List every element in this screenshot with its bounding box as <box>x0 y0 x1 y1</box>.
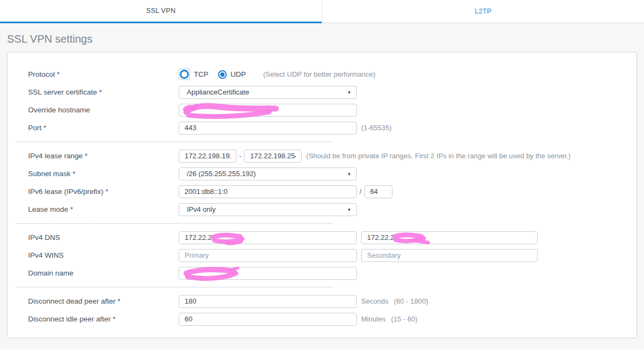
section-divider <box>16 287 333 287</box>
ipv4-lease-end-input[interactable] <box>244 150 302 163</box>
subnet-mask-selected-value: /26 (255.255.255.192) <box>187 170 256 178</box>
dropdown-arrow-icon: ▼ <box>347 207 351 212</box>
form-row-protocol: Protocol * TCP UDP (Select UDP for bette… <box>8 65 636 83</box>
ssl-certificate-selected-value: ApplianceCertificate <box>187 88 249 96</box>
protocol-hint: (Select UDP for better performance) <box>263 70 376 78</box>
disconnect-idle-peer-input[interactable] <box>179 313 357 326</box>
ipv4-dns-label: IPv4 DNS <box>28 233 179 241</box>
range-separator: - <box>239 152 241 160</box>
ipv4-lease-range-label: IPv4 lease range * <box>28 152 179 160</box>
override-hostname-label: Override hostname <box>28 106 179 114</box>
port-label: Port * <box>28 124 179 132</box>
lease-mode-label: Lease mode * <box>28 205 179 213</box>
ipv6-prefix-input[interactable] <box>364 185 392 198</box>
subnet-mask-select[interactable]: /26 (255.255.255.192) ▼ <box>179 167 357 180</box>
form-row-disconnect-dead-peer: Disconnect dead peer after * Seconds (60… <box>8 292 636 310</box>
udp-radio[interactable] <box>218 70 227 79</box>
protocol-label: Protocol * <box>28 70 179 78</box>
dropdown-arrow-icon: ▼ <box>347 90 351 95</box>
tab-l2tp[interactable]: L2TP <box>322 0 644 23</box>
form-row-domain-name: Domain name <box>8 264 636 282</box>
override-hostname-input[interactable] <box>179 104 357 117</box>
disconnect-dead-peer-input[interactable] <box>179 295 357 308</box>
radio-dot-icon <box>220 72 225 77</box>
port-input[interactable] <box>179 122 357 135</box>
form-row-ssl-certificate: SSL server certificate * ApplianceCertif… <box>8 83 636 101</box>
ipv6-lease-label: IPv6 lease (IPv6/prefix) * <box>28 187 179 196</box>
tab-l2tp-label: L2TP <box>474 8 491 15</box>
ssl-certificate-label: SSL server certificate * <box>28 88 179 96</box>
domain-name-label: Domain name <box>28 269 179 277</box>
subnet-mask-label: Subnet mask * <box>28 170 179 178</box>
ipv4-dns-secondary-input[interactable] <box>361 231 538 244</box>
ipv4-dns-primary-input[interactable] <box>179 231 357 244</box>
ipv4-lease-start-input[interactable] <box>179 150 236 163</box>
ssl-certificate-select[interactable]: ApplianceCertificate ▼ <box>179 86 357 99</box>
form-row-ipv4-wins: IPv4 WINS <box>8 246 636 264</box>
port-hint: (1-65535) <box>361 124 391 132</box>
form-row-ipv6-lease: IPv6 lease (IPv6/prefix) * / <box>8 183 636 200</box>
lease-mode-select[interactable]: IPv4 only ▼ <box>179 203 357 216</box>
udp-radio-label: UDP <box>231 70 246 78</box>
tab-bar: SSL VPN L2TP <box>0 0 644 23</box>
dropdown-arrow-icon: ▼ <box>347 172 351 177</box>
disconnect-dead-peer-label: Disconnect dead peer after * <box>28 297 179 305</box>
disconnect-idle-peer-unit: Minutes <box>361 315 386 323</box>
tab-ssl-vpn[interactable]: SSL VPN <box>0 0 322 23</box>
tcp-radio-focus-ring <box>179 69 190 80</box>
section-divider <box>16 223 333 224</box>
disconnect-dead-peer-unit: Seconds <box>361 297 389 305</box>
ipv4-wins-label: IPv4 WINS <box>28 251 179 259</box>
ipv4-wins-secondary-input[interactable] <box>361 249 538 262</box>
page-title: SSL VPN settings <box>0 23 644 52</box>
ipv4-lease-range-hint: (Should be from private IP ranges. First… <box>306 152 571 160</box>
disconnect-idle-peer-range: (15 - 60) <box>391 315 418 323</box>
tab-ssl-vpn-label: SSL VPN <box>146 7 175 15</box>
prefix-separator: / <box>360 187 362 196</box>
tcp-radio-label: TCP <box>194 70 208 78</box>
section-divider <box>16 142 333 142</box>
form-row-ipv4-lease-range: IPv4 lease range * - (Should be from pri… <box>8 147 636 165</box>
ipv4-wins-primary-input[interactable] <box>179 249 357 262</box>
domain-name-input[interactable] <box>179 267 357 280</box>
form-row-lease-mode: Lease mode * IPv4 only ▼ <box>8 200 636 218</box>
disconnect-dead-peer-range: (60 - 1800) <box>394 297 429 305</box>
form-row-subnet-mask: Subnet mask * /26 (255.255.255.192) ▼ <box>8 165 636 183</box>
form-row-override-hostname: Override hostname <box>8 101 636 119</box>
form-row-ipv4-dns: IPv4 DNS <box>8 229 636 246</box>
ssl-vpn-settings-card: Protocol * TCP UDP (Select UDP for bette… <box>7 52 637 338</box>
lease-mode-selected-value: IPv4 only <box>187 205 215 213</box>
disconnect-idle-peer-label: Disconnect idle peer after * <box>28 315 179 323</box>
form-row-disconnect-idle-peer: Disconnect idle peer after * Minutes (15… <box>8 310 636 328</box>
tcp-radio[interactable] <box>180 70 189 79</box>
ipv6-lease-input[interactable] <box>179 185 357 198</box>
form-row-port: Port * (1-65535) <box>8 119 636 137</box>
